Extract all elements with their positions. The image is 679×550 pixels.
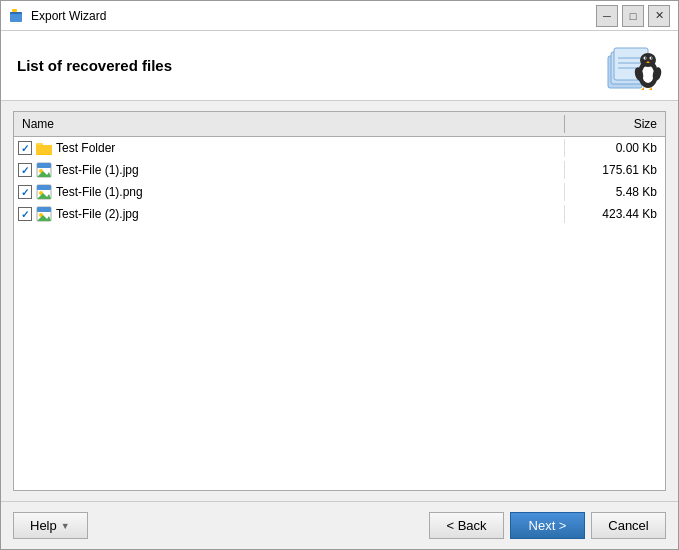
table-row[interactable]: Test-File (1).jpg 175.61 Kb [14,159,665,181]
maximize-button[interactable]: □ [622,5,644,27]
row-size: 423.44 Kb [565,206,665,222]
header-icon [606,38,662,94]
svg-rect-24 [36,145,52,154]
footer-right: < Back Next > Cancel [429,512,666,539]
row-size: 5.48 Kb [565,184,665,200]
wizard-content: Name Size Test F [1,101,678,501]
export-wizard-window: Export Wizard ─ □ ✕ List of recovered fi… [0,0,679,550]
app-icon [9,8,25,24]
image-icon [36,206,52,222]
svg-rect-30 [37,185,51,190]
wizard-header: List of recovered files [1,31,678,101]
row-filename: Test Folder [56,141,115,155]
image-icon [36,162,52,178]
cancel-button[interactable]: Cancel [591,512,666,539]
title-bar-left: Export Wizard [9,8,106,24]
file-table: Name Size Test F [13,111,666,491]
close-button[interactable]: ✕ [648,5,670,27]
svg-rect-26 [37,163,51,168]
row-name-cell: Test-File (2).jpg [14,205,565,223]
window-title: Export Wizard [31,9,106,23]
row-name-cell: Test Folder [14,139,565,157]
row-size: 0.00 Kb [565,140,665,156]
table-row[interactable]: Test-File (2).jpg 423.44 Kb [14,203,665,225]
image-icon [36,184,52,200]
svg-point-15 [645,57,646,58]
row-checkbox[interactable] [18,141,32,155]
column-name-header: Name [14,115,565,133]
svg-point-10 [642,65,654,83]
svg-point-16 [651,57,652,58]
folder-icon [36,140,52,156]
title-bar: Export Wizard ─ □ ✕ [1,1,678,31]
next-button[interactable]: Next > [510,512,585,539]
row-checkbox[interactable] [18,185,32,199]
row-filename: Test-File (1).jpg [56,163,139,177]
help-dropdown-arrow: ▼ [61,521,70,531]
table-row[interactable]: Test-File (1).png 5.48 Kb [14,181,665,203]
wizard-footer: Help ▼ < Back Next > Cancel [1,501,678,549]
row-filename: Test-File (1).png [56,185,143,199]
row-checkbox[interactable] [18,163,32,177]
table-header: Name Size [14,112,665,137]
table-body: Test Folder 0.00 Kb [14,137,665,490]
back-button[interactable]: < Back [429,512,504,539]
minimize-button[interactable]: ─ [596,5,618,27]
row-name-cell: Test-File (1).png [14,183,565,201]
svg-rect-34 [37,207,51,212]
row-filename: Test-File (2).jpg [56,207,139,221]
svg-rect-2 [12,9,17,12]
table-row[interactable]: Test Folder 0.00 Kb [14,137,665,159]
svg-rect-1 [10,12,22,14]
help-button[interactable]: Help ▼ [13,512,88,539]
row-name-cell: Test-File (1).jpg [14,161,565,179]
help-label: Help [30,518,57,533]
column-size-header: Size [565,115,665,133]
title-bar-controls: ─ □ ✕ [596,5,670,27]
footer-left: Help ▼ [13,512,88,539]
row-checkbox[interactable] [18,207,32,221]
row-size: 175.61 Kb [565,162,665,178]
header-title: List of recovered files [17,57,172,74]
